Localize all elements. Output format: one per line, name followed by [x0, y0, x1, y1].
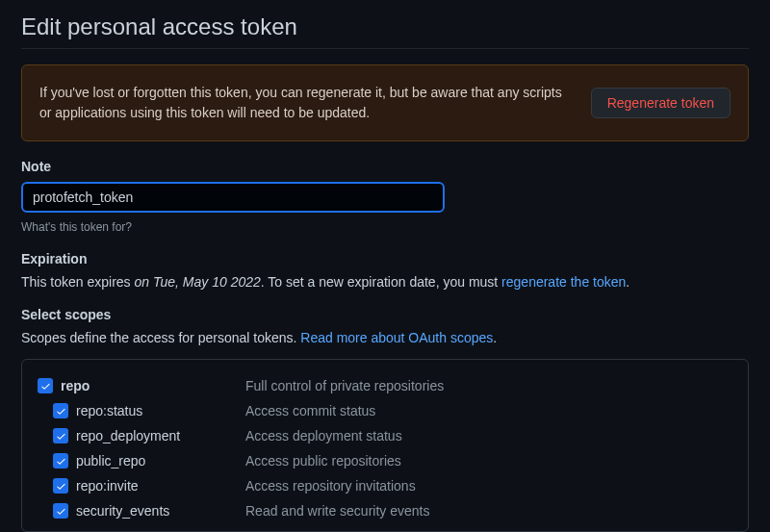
alert-text: If you've lost or forgotten this token, …: [39, 83, 572, 123]
scope-description: Read and write security events: [245, 503, 429, 519]
scope-checkbox[interactable]: [38, 378, 53, 393]
scope-name-col: repo_deployment: [38, 428, 245, 443]
scopes-description: Scopes define the access for personal to…: [21, 330, 749, 345]
scope-row-repo-deployment: repo_deploymentAccess deployment status: [38, 423, 732, 448]
expiration-prefix: This token expires: [21, 274, 135, 290]
scope-label[interactable]: public_repo: [76, 453, 145, 469]
expiration-date: on Tue, May 10 2022: [135, 274, 261, 290]
scope-label[interactable]: repo: [61, 378, 90, 393]
scope-row-repo: repoFull control of private repositories: [38, 373, 732, 398]
scope-checkbox[interactable]: [53, 503, 68, 519]
scope-name-col: repo:status: [38, 403, 245, 418]
expiration-suffix: . To set a new expiration date, you must: [261, 274, 501, 290]
scope-row-security-events: security_eventsRead and write security e…: [38, 498, 732, 523]
scopes-box: repoFull control of private repositories…: [21, 359, 749, 532]
note-input[interactable]: [21, 182, 445, 213]
scope-row-public-repo: public_repoAccess public repositories: [38, 448, 732, 473]
note-hint: What's this token for?: [21, 220, 749, 234]
scope-label[interactable]: security_events: [76, 503, 169, 519]
expiration-section: Expiration This token expires on Tue, Ma…: [21, 251, 749, 290]
oauth-scopes-link[interactable]: Read more about OAuth scopes: [300, 330, 493, 345]
regenerate-token-link[interactable]: regenerate the token: [501, 274, 626, 290]
scopes-label: Select scopes: [21, 307, 749, 322]
scope-description: Access repository invitations: [245, 478, 416, 494]
note-section: Note What's this token for?: [21, 159, 749, 234]
scope-checkbox[interactable]: [53, 403, 68, 418]
scopes-desc-prefix: Scopes define the access for personal to…: [21, 330, 300, 345]
note-label: Note: [21, 159, 749, 174]
regenerate-token-button[interactable]: Regenerate token: [591, 88, 731, 118]
scope-description: Access public repositories: [245, 453, 401, 469]
scope-checkbox[interactable]: [53, 453, 68, 469]
scope-name-col: security_events: [38, 503, 245, 519]
expiration-label: Expiration: [21, 251, 749, 266]
scope-description: Full control of private repositories: [245, 378, 444, 393]
scope-name-col: repo: [38, 378, 245, 393]
scope-name-col: repo:invite: [38, 478, 245, 494]
scope-checkbox[interactable]: [53, 478, 68, 494]
regenerate-alert: If you've lost or forgotten this token, …: [21, 64, 749, 141]
scope-label[interactable]: repo:status: [76, 403, 142, 418]
scope-row-repo-status: repo:statusAccess commit status: [38, 398, 732, 423]
scopes-section: Select scopes Scopes define the access f…: [21, 307, 749, 532]
scope-description: Access deployment status: [245, 428, 402, 443]
expiration-text: This token expires on Tue, May 10 2022. …: [21, 274, 749, 290]
scope-row-repo-invite: repo:inviteAccess repository invitations: [38, 473, 732, 498]
expiration-tail: .: [626, 274, 629, 290]
scope-label[interactable]: repo_deployment: [76, 428, 180, 443]
scope-name-col: public_repo: [38, 453, 245, 469]
scopes-desc-tail: .: [493, 330, 497, 345]
page-title: Edit personal access token: [21, 0, 749, 49]
scope-description: Access commit status: [245, 403, 375, 418]
scope-checkbox[interactable]: [53, 428, 68, 443]
scope-label[interactable]: repo:invite: [76, 478, 139, 494]
